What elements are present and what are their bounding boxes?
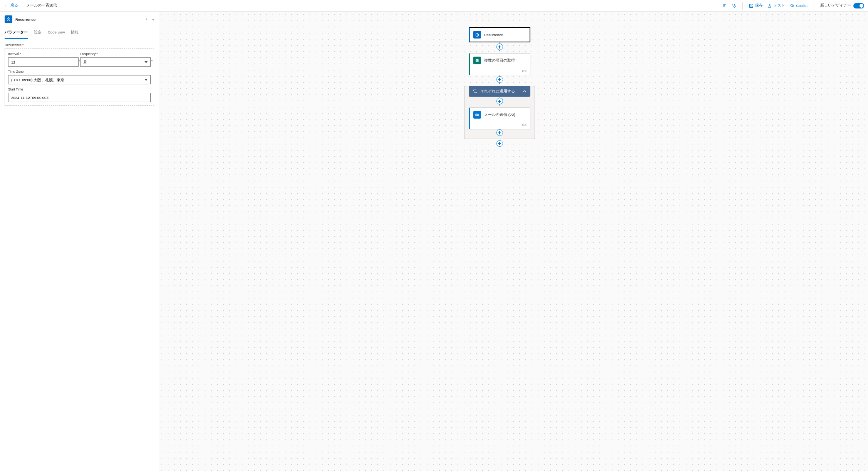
- copilot-icon: [790, 3, 794, 8]
- svg-point-7: [478, 60, 479, 62]
- outlook-icon: o: [473, 111, 481, 119]
- copilot-label: Copilot: [796, 3, 807, 8]
- timezone-select[interactable]: (UTC+09:00) 大阪、札幌、東京: [8, 75, 151, 84]
- stethoscope-icon[interactable]: [732, 3, 736, 8]
- add-step-button[interactable]: [496, 129, 503, 136]
- node-get-items[interactable]: S 複数の項目の取得: [469, 53, 530, 75]
- back-label: 戻る: [10, 3, 18, 8]
- frequency-select[interactable]: 月: [80, 57, 151, 67]
- collapse-panel-icon[interactable]: «: [152, 17, 154, 22]
- back-button[interactable]: ← 戻る: [4, 3, 18, 8]
- test-label: テスト: [774, 3, 785, 8]
- node-title: 複数の項目の取得: [484, 58, 515, 63]
- recurrence-group: Interval* * Frequency* 月: [5, 49, 154, 106]
- panel-tabs: パラメーター 設定 Code view 情報: [0, 27, 159, 39]
- test-button[interactable]: テスト: [767, 3, 785, 8]
- panel-title: Recurrence: [15, 17, 35, 22]
- add-step-button[interactable]: [496, 98, 503, 104]
- add-step-button[interactable]: [496, 76, 503, 83]
- save-icon: [749, 3, 754, 8]
- recurrence-icon: [473, 31, 481, 39]
- svg-point-0: [723, 4, 725, 6]
- node-title: メールの送信 (V2): [484, 112, 515, 117]
- top-toolbar: ← 戻る メールの一斉送信 保存 テスト Copilot 新しいデザイナー: [0, 0, 868, 12]
- flow-canvas[interactable]: Recurrence S 複数の項目の取得: [159, 12, 868, 471]
- more-icon[interactable]: ⋮: [145, 17, 148, 22]
- divider: [814, 2, 814, 10]
- add-step-button[interactable]: [496, 140, 503, 147]
- properties-panel: Recurrence ⋮ « パラメーター 設定 Code view 情報 Re…: [0, 12, 159, 471]
- tab-info[interactable]: 情報: [71, 27, 79, 39]
- section-label: Recurrence*: [5, 43, 154, 47]
- save-label: 保存: [755, 3, 763, 8]
- flask-icon: [767, 3, 772, 8]
- link-icon: [522, 69, 527, 73]
- timezone-label: Time Zone: [8, 70, 151, 74]
- loop-icon: [473, 89, 477, 94]
- node-title: Recurrence: [484, 33, 503, 37]
- add-step-button[interactable]: [496, 44, 503, 50]
- frequency-label: Frequency*: [80, 52, 151, 56]
- save-button[interactable]: 保存: [749, 3, 763, 8]
- recurrence-icon: [5, 15, 12, 23]
- svg-text:o: o: [476, 114, 477, 116]
- tab-settings[interactable]: 設定: [34, 27, 42, 39]
- node-title: それぞれに適用する: [480, 89, 520, 94]
- connector: [500, 75, 500, 86]
- connector: [500, 42, 500, 53]
- interval-input[interactable]: [8, 57, 79, 67]
- divider: [22, 2, 22, 10]
- new-designer-label: 新しいデザイナー: [820, 3, 851, 8]
- new-designer-toggle[interactable]: [853, 3, 864, 8]
- node-apply-to-each[interactable]: それぞれに適用する o メールの送信 (V2): [464, 86, 535, 139]
- feedback-icon[interactable]: [722, 3, 727, 8]
- flow-title: メールの一斉送信: [26, 3, 57, 8]
- svg-text:S: S: [476, 60, 477, 62]
- svg-point-1: [735, 5, 736, 6]
- copilot-button[interactable]: Copilot: [790, 3, 807, 8]
- node-recurrence[interactable]: Recurrence: [469, 27, 530, 42]
- sharepoint-icon: S: [473, 57, 481, 64]
- starttime-input[interactable]: [8, 93, 151, 102]
- chevron-up-icon[interactable]: [523, 89, 527, 93]
- tab-parameters[interactable]: パラメーター: [5, 27, 28, 39]
- panel-header: Recurrence ⋮ «: [0, 12, 159, 27]
- divider: [742, 2, 743, 10]
- starttime-label: Start Time: [8, 87, 151, 91]
- connector: [500, 97, 500, 107]
- node-send-mail[interactable]: o メールの送信 (V2): [469, 107, 530, 129]
- link-icon: [522, 123, 527, 127]
- tab-code-view[interactable]: Code view: [48, 27, 65, 39]
- interval-label: Interval*: [8, 52, 79, 56]
- arrow-left-icon: ←: [4, 3, 8, 8]
